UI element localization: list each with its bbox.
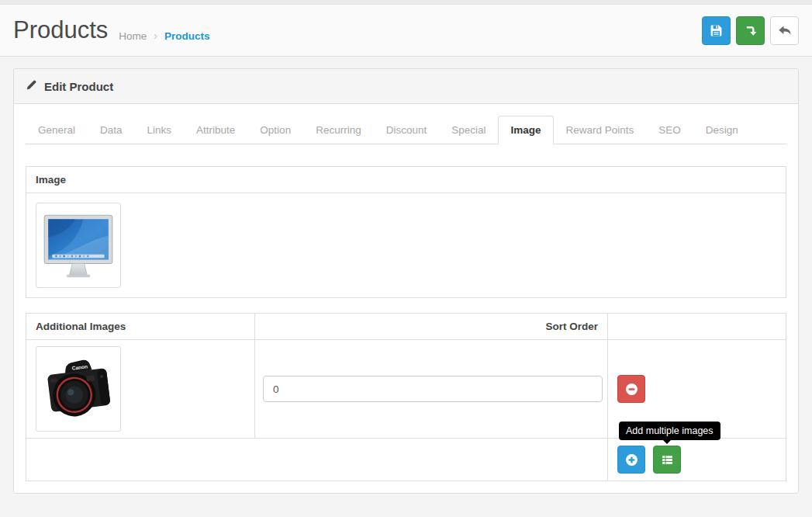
- footer-empty-cell: [26, 439, 608, 481]
- floppy-disk-icon: [710, 24, 723, 37]
- tab-seo[interactable]: SEO: [646, 116, 693, 144]
- save-button[interactable]: [702, 16, 731, 45]
- page-title: Products: [13, 16, 108, 44]
- list-icon: [661, 453, 674, 467]
- sort-order-input[interactable]: [263, 376, 603, 402]
- page-header: Products Home › Products: [0, 5, 812, 57]
- pencil-icon: [26, 79, 37, 93]
- tab-image[interactable]: Image: [498, 116, 553, 144]
- main-image-section: Image: [26, 166, 786, 298]
- tab-links[interactable]: Links: [135, 116, 185, 144]
- back-button[interactable]: [770, 16, 799, 45]
- panel-title: Edit Product: [44, 80, 113, 93]
- minus-circle-icon: [625, 383, 638, 396]
- additional-images-table: Additional Images Sort Order: [26, 313, 786, 481]
- add-image-button[interactable]: [617, 446, 645, 474]
- tab-general[interactable]: General: [26, 116, 88, 144]
- main-image-header: Image: [26, 167, 786, 193]
- breadcrumb-separator: ›: [154, 29, 157, 42]
- footer-actions-cell: Add multiple images: [608, 439, 786, 481]
- save-and-close-button[interactable]: [736, 16, 765, 45]
- tab-discount[interactable]: Discount: [374, 116, 440, 144]
- tab-special[interactable]: Special: [439, 116, 498, 144]
- add-multiple-images-button[interactable]: [653, 446, 681, 474]
- table-footer-row: Add multiple images: [26, 439, 786, 481]
- tab-attribute[interactable]: Attribute: [184, 116, 247, 144]
- breadcrumb-current-link[interactable]: Products: [164, 30, 210, 42]
- content-container: Edit Product General Data Links Attribut…: [0, 57, 812, 505]
- tab-data[interactable]: Data: [88, 116, 135, 144]
- breadcrumb-home-link[interactable]: Home: [119, 30, 147, 42]
- additional-images-header: Additional Images: [26, 314, 255, 340]
- header-actions: [702, 16, 799, 45]
- product-tabs: General Data Links Attribute Option Recu…: [26, 116, 786, 144]
- additional-image-thumbnail[interactable]: Canon: [36, 346, 121, 432]
- camera-image: Canon: [39, 349, 118, 429]
- panel-heading: Edit Product: [14, 69, 798, 104]
- arrow-curve-down-icon: [744, 24, 757, 37]
- breadcrumb: Home › Products: [119, 29, 209, 42]
- tab-recurring[interactable]: Recurring: [303, 116, 374, 144]
- add-multiple-images-tooltip: Add multiple images: [619, 422, 720, 440]
- table-header-row: Additional Images Sort Order: [26, 314, 786, 340]
- tab-option[interactable]: Option: [247, 116, 303, 144]
- main-image-body: [26, 193, 786, 297]
- reply-arrow-icon: [777, 23, 792, 38]
- remove-image-button[interactable]: [617, 375, 645, 403]
- tab-design[interactable]: Design: [693, 116, 751, 144]
- panel-body: General Data Links Attribute Option Recu…: [14, 104, 798, 493]
- edit-product-panel: Edit Product General Data Links Attribut…: [13, 68, 799, 494]
- tab-reward-points[interactable]: Reward Points: [554, 116, 647, 144]
- monitor-image: [39, 206, 118, 285]
- actions-header: [608, 314, 786, 340]
- plus-circle-icon: [625, 453, 638, 467]
- sort-order-header: Sort Order: [255, 314, 608, 340]
- main-image-thumbnail[interactable]: [36, 203, 121, 288]
